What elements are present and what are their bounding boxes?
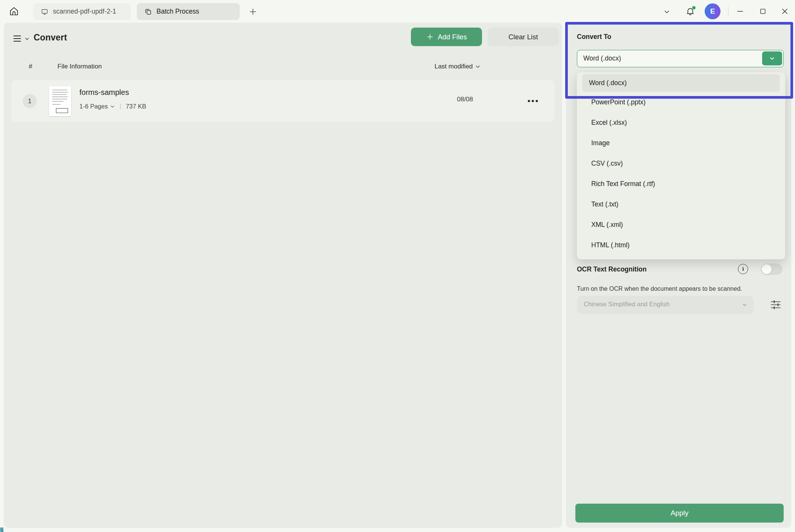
format-option[interactable]: Excel (.xlsx) [580, 112, 782, 133]
format-option-label: Excel (.xlsx) [591, 119, 627, 127]
maximize-icon [759, 8, 767, 15]
tab-scanned-pdf[interactable]: scanned-pdf-updf-2-1 [33, 3, 131, 20]
chevron-down-icon [663, 8, 671, 16]
format-option[interactable]: Rich Text Format (.rtf) [580, 174, 782, 194]
file-size: 737 KB [126, 103, 146, 110]
convert-mode-menu-button[interactable] [10, 31, 32, 46]
convert-settings-panel: Convert To Word (.docx) Word (.docx) Pow… [566, 23, 791, 528]
ocr-description: Turn on the OCR when the document appear… [577, 285, 742, 292]
format-select[interactable]: Word (.docx) [577, 50, 784, 67]
notifications-button[interactable] [682, 3, 699, 20]
clear-list-button[interactable]: Clear List [488, 28, 559, 46]
file-thumbnail [49, 86, 71, 116]
minimize-button[interactable] [731, 4, 749, 19]
notification-dot [692, 6, 696, 9]
format-option-label: Rich Text Format (.rtf) [591, 180, 655, 188]
close-icon [781, 7, 789, 16]
format-option[interactable]: HTML (.html) [580, 235, 782, 255]
ocr-language-value: Chinese Simplified and English [584, 301, 669, 308]
tab-batch-process[interactable]: Batch Process [137, 3, 240, 20]
format-option-label: XML (.xml) [591, 221, 623, 229]
chevron-down-icon [742, 302, 748, 308]
format-dropdown-list: Word (.docx) PowerPoint (.pptx) Excel (.… [577, 72, 785, 259]
convert-file-list-panel: Convert Add Files Clear List # File Info… [4, 23, 562, 528]
format-option[interactable]: CSV (.csv) [580, 153, 782, 174]
ocr-section-title: OCR Text Recognition [577, 265, 646, 273]
meta-divider: | [119, 102, 121, 110]
minimize-icon [736, 7, 744, 16]
format-option-label: PowerPoint (.pptx) [591, 98, 646, 106]
sliders-icon [770, 299, 782, 310]
home-icon [9, 6, 19, 17]
convert-to-label: Convert To [577, 33, 611, 41]
format-option-label: HTML (.html) [591, 241, 629, 249]
format-option-label: Image [591, 139, 610, 147]
format-select-dropdown-button[interactable] [762, 51, 782, 65]
clear-list-label: Clear List [508, 33, 538, 41]
row-more-button[interactable]: ••• [524, 92, 543, 110]
titlebar-divider [728, 6, 728, 16]
row-index-badge: 1 [23, 94, 37, 108]
column-header-file-information: File Information [57, 63, 102, 70]
add-files-label: Add Files [438, 33, 467, 41]
page-range-dropdown[interactable]: 1-6 Pages [79, 103, 115, 110]
ocr-toggle[interactable] [761, 264, 783, 275]
table-row[interactable]: 1 forms-samples 1-6 Pages | 737 KB 08/08… [11, 80, 555, 122]
last-modified-value: 08/08 [442, 96, 488, 103]
format-option[interactable]: PowerPoint (.pptx) [580, 92, 782, 112]
close-button[interactable] [776, 4, 794, 19]
tab-label: scanned-pdf-updf-2-1 [53, 8, 116, 16]
format-option[interactable]: XML (.xml) [580, 214, 782, 235]
file-name: forms-samples [79, 88, 129, 97]
chevron-down-icon [25, 36, 29, 41]
format-option[interactable]: Word (.docx) [582, 74, 780, 92]
format-option-label: CSV (.csv) [591, 160, 623, 168]
format-option-label: Word (.docx) [589, 79, 627, 87]
avatar[interactable]: E [705, 3, 721, 19]
chevron-down-icon [769, 55, 775, 62]
home-button[interactable] [5, 3, 23, 20]
format-option-label: Text (.txt) [591, 200, 618, 208]
chevron-down-icon [110, 104, 115, 109]
column-header-last-modified[interactable]: Last modified [423, 63, 491, 70]
titlebar-dropdown-button[interactable] [659, 5, 674, 19]
hamburger-icon [12, 34, 22, 43]
desktop-corner-accent [0, 527, 3, 532]
column-header-index: # [29, 63, 32, 70]
last-modified-label: Last modified [434, 63, 473, 70]
document-tab-icon [41, 8, 48, 16]
ocr-advanced-settings-button[interactable] [768, 297, 784, 312]
title-bar: scanned-pdf-updf-2-1 Batch Process E [0, 0, 795, 23]
plus-icon [248, 7, 257, 16]
toggle-knob [762, 264, 772, 274]
apply-button[interactable]: Apply [575, 504, 784, 523]
format-option[interactable]: Image [580, 133, 782, 153]
tab-label: Batch Process [157, 8, 199, 16]
format-option[interactable]: Text (.txt) [580, 194, 782, 214]
info-icon[interactable]: i [738, 264, 748, 274]
format-select-value: Word (.docx) [583, 54, 621, 62]
maximize-button[interactable] [754, 4, 772, 19]
batch-process-icon [144, 8, 152, 16]
sort-chevron-icon [475, 64, 480, 69]
new-tab-button[interactable] [246, 5, 260, 19]
page-title: Convert [34, 33, 67, 43]
add-files-button[interactable]: Add Files [411, 28, 482, 46]
plus-icon [426, 33, 434, 41]
page-range-label: 1-6 Pages [79, 103, 108, 110]
ocr-language-select[interactable]: Chinese Simplified and English [577, 296, 754, 314]
